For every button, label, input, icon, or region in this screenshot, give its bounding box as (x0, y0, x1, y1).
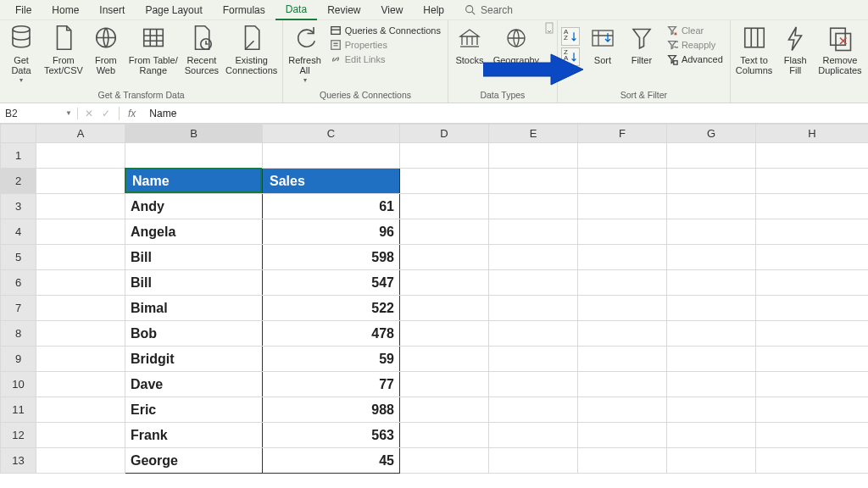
cell[interactable] (667, 321, 756, 347)
overflow-icon[interactable] (545, 22, 554, 34)
cell[interactable] (578, 448, 667, 474)
cell[interactable] (400, 270, 489, 296)
cell[interactable] (489, 347, 578, 372)
cell[interactable] (489, 296, 578, 321)
row-header[interactable]: 3 (1, 194, 36, 219)
recent-sources-button[interactable]: Recent Sources (183, 22, 220, 77)
cell[interactable] (578, 347, 667, 372)
text-to-columns-button[interactable]: Text to Columns (734, 22, 774, 77)
cell[interactable] (400, 321, 489, 347)
cell[interactable]: 478 (263, 321, 400, 347)
cell[interactable]: Bob (125, 321, 263, 347)
cell[interactable] (578, 372, 667, 397)
cell[interactable] (578, 245, 667, 270)
tab-review[interactable]: Review (317, 1, 370, 19)
cell[interactable] (36, 219, 125, 245)
col-header[interactable]: F (578, 125, 667, 143)
row-header[interactable]: 5 (1, 245, 36, 270)
cell[interactable] (756, 423, 869, 448)
row-header[interactable]: 10 (1, 372, 36, 397)
cell[interactable] (36, 321, 125, 347)
row-header[interactable]: 6 (1, 270, 36, 296)
tab-data[interactable]: Data (275, 0, 317, 20)
col-header[interactable]: C (263, 125, 400, 143)
cell[interactable] (756, 397, 869, 423)
cell[interactable] (667, 194, 756, 219)
clear-filter-button[interactable]: Clear (663, 24, 726, 37)
cell[interactable] (578, 423, 667, 448)
row-header[interactable]: 4 (1, 219, 36, 245)
formula-input[interactable]: Name (142, 108, 868, 119)
sort-button[interactable]: Sort (585, 22, 620, 68)
cell[interactable]: 988 (263, 397, 400, 423)
cell[interactable] (667, 143, 756, 169)
cell[interactable] (667, 296, 756, 321)
enter-icon[interactable]: ✓ (102, 108, 110, 119)
cell[interactable] (125, 143, 263, 169)
cancel-icon[interactable]: ✕ (85, 108, 93, 119)
from-web-button[interactable]: From Web (88, 22, 124, 77)
row-header[interactable]: 12 (1, 423, 36, 448)
cell[interactable] (756, 194, 869, 219)
ribbon-search[interactable]: Search (454, 1, 523, 19)
cell[interactable] (667, 270, 756, 296)
flash-fill-button[interactable]: Flash Fill (777, 22, 813, 77)
cell[interactable] (36, 448, 125, 474)
cell[interactable] (400, 143, 489, 169)
cell[interactable] (489, 321, 578, 347)
cell[interactable] (400, 194, 489, 219)
cell[interactable] (756, 296, 869, 321)
cell[interactable] (489, 423, 578, 448)
cell[interactable]: 547 (263, 270, 400, 296)
cell[interactable] (36, 296, 125, 321)
tab-view[interactable]: View (371, 1, 414, 19)
cell[interactable]: 77 (263, 372, 400, 397)
cell[interactable] (400, 372, 489, 397)
tab-home[interactable]: Home (42, 1, 89, 19)
cell[interactable]: Eric (125, 397, 263, 423)
tab-insert[interactable]: Insert (89, 1, 135, 19)
from-text-csv-button[interactable]: From Text/CSV (42, 22, 85, 77)
reapply-button[interactable]: Reapply (663, 38, 726, 52)
cell[interactable]: 59 (263, 347, 400, 372)
cell[interactable] (400, 245, 489, 270)
col-header[interactable]: B (125, 125, 263, 143)
cell[interactable]: Bridgit (125, 347, 263, 372)
cell[interactable] (756, 347, 869, 372)
cell[interactable] (578, 397, 667, 423)
cell[interactable] (756, 372, 869, 397)
cell[interactable] (36, 423, 125, 448)
properties-button[interactable]: Properties (326, 38, 444, 52)
cell[interactable] (667, 245, 756, 270)
tab-formulas[interactable]: Formulas (213, 1, 275, 19)
col-header[interactable]: D (400, 125, 489, 143)
cell[interactable] (489, 270, 578, 296)
cell[interactable]: Bill (125, 270, 263, 296)
cell[interactable] (578, 321, 667, 347)
cell[interactable]: Sales (263, 169, 400, 194)
from-table-range-button[interactable]: From Table/ Range (127, 22, 180, 77)
cell[interactable] (756, 245, 869, 270)
cell[interactable] (36, 169, 125, 194)
cell[interactable] (36, 397, 125, 423)
cell[interactable] (36, 143, 125, 169)
filter-button[interactable]: Filter (624, 22, 659, 68)
cell[interactable] (489, 194, 578, 219)
cell[interactable] (578, 194, 667, 219)
row-header[interactable]: 13 (1, 448, 36, 474)
cell[interactable] (667, 397, 756, 423)
cell[interactable] (756, 169, 869, 194)
cell[interactable] (36, 270, 125, 296)
cell[interactable] (667, 169, 756, 194)
cell[interactable]: Bimal (125, 296, 263, 321)
row-header[interactable]: 1 (1, 143, 36, 169)
cell[interactable] (400, 397, 489, 423)
cell[interactable]: 598 (263, 245, 400, 270)
col-header[interactable]: A (36, 125, 125, 143)
cell[interactable] (756, 270, 869, 296)
cell[interactable]: 522 (263, 296, 400, 321)
cell[interactable] (756, 143, 869, 169)
cell[interactable] (489, 169, 578, 194)
cell[interactable]: George (125, 448, 263, 474)
cell[interactable] (489, 397, 578, 423)
